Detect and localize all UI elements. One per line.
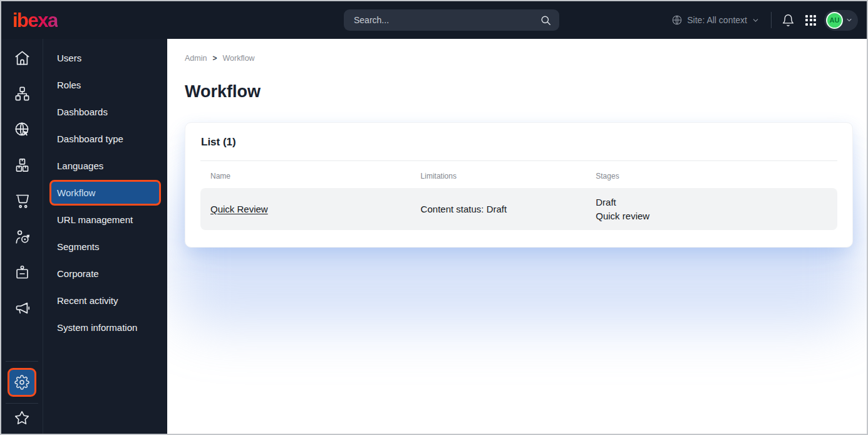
notifications-bell-icon[interactable] [782,14,795,27]
workflow-list-card: List (1) Name Limitations Stages Quick R… [185,122,853,248]
workflow-limitations-cell: Content status: Draft [411,197,586,221]
menu-item-recent-activity[interactable]: Recent activity [43,287,167,314]
commerce-cart-icon [14,192,31,209]
chevron-down-icon [845,16,853,24]
rail-item-personalization[interactable] [1,219,43,254]
icon-rail [1,39,43,434]
menu-item-languages[interactable]: Languages [43,152,167,179]
workflow-stages-cell: Draft Quick review [586,189,837,229]
rail-item-bookmarks[interactable] [14,404,30,432]
id-badge-icon [14,264,31,281]
top-bar: ibexa Site: All context [1,1,867,39]
rail-item-products[interactable] [1,147,43,183]
menu-item-corporate[interactable]: Corporate [43,260,167,287]
workflow-name-cell: Quick Review [200,197,411,221]
search-input[interactable] [354,15,540,25]
column-header-stages: Stages [586,164,837,188]
content-tree-icon [14,85,31,102]
avatar[interactable]: AU [826,12,843,29]
settings-gear-button[interactable] [8,368,36,397]
rail-item-marketing[interactable] [1,290,43,326]
page-title: Workflow [185,82,867,102]
workflow-link[interactable]: Quick Review [210,204,268,214]
breadcrumb-admin[interactable]: Admin [185,54,207,63]
site-context-selector[interactable]: Site: All context [671,14,760,26]
rail-item-content-tree[interactable] [1,76,43,112]
rail-item-home[interactable] [1,40,43,76]
topbar-right-cluster: Site: All context AU [671,1,858,39]
rail-item-site[interactable] [1,112,43,147]
menu-item-dashboard-type[interactable]: Dashboard type [43,125,167,152]
main-content: Admin > Workflow Workflow List (1) Name … [167,39,867,434]
globe-icon [671,14,683,26]
column-header-name: Name [200,164,411,188]
column-header-limitations: Limitations [411,164,586,188]
site-globe-icon [14,121,31,138]
ibexa-logo[interactable]: ibexa [13,11,58,30]
breadcrumb-separator: > [212,54,217,63]
breadcrumb-workflow: Workflow [222,54,254,63]
app-window: ibexa Site: All context [0,0,868,435]
stage-item: Draft [596,196,827,209]
site-context-label: Site: All context [687,15,747,25]
menu-item-users[interactable]: Users [43,45,167,71]
topbar-divider [771,12,772,28]
product-boxes-icon [14,157,31,174]
global-search[interactable] [344,9,559,31]
person-target-icon [14,228,31,245]
table-header: Name Limitations Stages [200,161,837,188]
menu-item-roles[interactable]: Roles [43,71,167,98]
star-icon [14,410,30,426]
menu-item-dashboards[interactable]: Dashboards [43,98,167,125]
breadcrumb: Admin > Workflow [185,54,867,63]
chevron-down-icon [752,16,760,24]
menu-item-segments[interactable]: Segments [43,233,167,260]
list-card-title: List (1) [200,136,837,149]
app-switcher-grid-icon[interactable] [805,15,816,26]
megaphone-icon [14,300,31,317]
rail-item-commerce[interactable] [1,183,43,219]
menu-slot-workflow: Workflow [43,179,167,206]
gear-icon [14,375,29,390]
home-icon [14,50,31,66]
rail-item-corporate[interactable] [1,254,43,290]
admin-menu-panel: Users Roles Dashboards Dashboard type La… [43,39,167,434]
table-row: Quick Review Content status: Draft Draft… [200,188,837,230]
menu-item-url-management[interactable]: URL management [43,206,167,233]
menu-item-workflow-selected[interactable]: Workflow [49,180,161,206]
stage-item: Quick review [596,209,827,223]
rail-item-admin-active [8,362,36,403]
search-icon[interactable] [540,14,552,26]
user-menu[interactable]: AU [824,10,858,31]
menu-item-system-information[interactable]: System information [43,314,167,341]
